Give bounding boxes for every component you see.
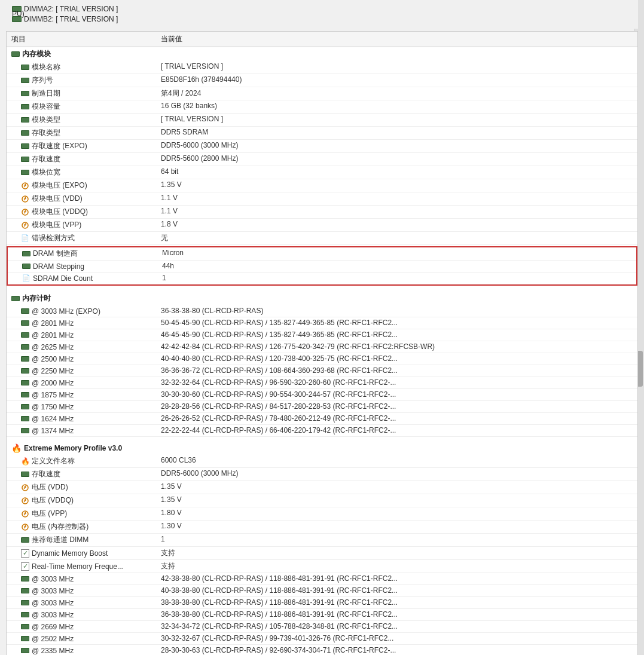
row-label-text: @ 1624 MHz <box>32 415 74 423</box>
voltage-icon <box>21 510 29 518</box>
table-row: 模块类型[ TRIAL VERSION ] <box>7 114 637 127</box>
row-label-cell: @ 2000 MHz <box>7 377 156 388</box>
row-value-cell: E85D8F16h (378494440) <box>156 74 637 87</box>
row-label-cell: @ 2801 MHz <box>7 329 156 341</box>
row-value-cell: 64 bit <box>156 166 637 179</box>
row-label-cell: 模块电压 (VDDQ) <box>7 206 156 218</box>
row-value-cell: 42-42-42-84 (CL-RCD-RP-RAS) / 126-775-42… <box>156 341 637 353</box>
row-label-text: @ 3003 MHz <box>32 575 74 583</box>
row-label-text: 电压 (内存控制器) <box>32 522 88 532</box>
checkbox-icon: ✓ <box>21 549 29 558</box>
voltage-icon <box>21 221 29 229</box>
row-value-cell: Micron <box>157 247 636 260</box>
doc-icon: 📄 <box>22 274 30 283</box>
table-row: @ 2801 MHz46-45-45-90 (CL-RCD-RP-RAS) / … <box>7 329 637 341</box>
table-row: @ 2801 MHz50-45-45-90 (CL-RCD-RP-RAS) / … <box>7 317 637 329</box>
chip-icon <box>21 588 29 593</box>
row-label-cell: 电压 (VDDQ) <box>7 494 156 507</box>
chip-icon <box>21 416 29 421</box>
table-row: 序列号E85D8F16h (378494440) <box>7 74 637 87</box>
row-label-text: SDRAM Die Count <box>33 274 93 283</box>
chip-icon <box>21 344 29 350</box>
row-label-text: 存取速度 <box>32 469 60 479</box>
row-label-cell: @ 2801 MHz <box>7 317 156 329</box>
highlighted-section: DRAM 制造商MicronDRAM Stepping44h📄SDRAM Die… <box>7 246 637 286</box>
row-value-cell: 支持 <box>156 560 637 573</box>
table-row: @ 3003 MHz38-38-38-80 (CL-RCD-RP-RAS) / … <box>7 597 637 609</box>
fire-icon: 🔥 <box>21 457 29 466</box>
table-row: 模块电压 (EXPO)1.35 V <box>7 179 637 192</box>
chip-icon <box>21 537 29 543</box>
table-row: 存取速度 (EXPO)DDR5-6000 (3000 MHz) <box>7 140 637 153</box>
row-label-text: @ 3003 MHz <box>32 611 74 619</box>
voltage-icon <box>21 182 29 190</box>
row-label-cell: @ 2625 MHz <box>7 341 156 353</box>
row-label-text: 电压 (VDD) <box>32 482 68 492</box>
row-value-cell: 1.1 V <box>156 206 637 218</box>
row-label-text: @ 2335 MHz <box>32 647 74 655</box>
table-row: ✓Real-Time Memory Freque...支持 <box>7 560 637 573</box>
row-label-cell: @ 3003 MHz <box>7 597 156 608</box>
xmp-section-label: Extreme Memory Profile v3.0 <box>24 444 122 452</box>
row-label-text: @ 1374 MHz <box>32 427 74 435</box>
row-label-cell: 模块位宽 <box>7 166 156 179</box>
row-label-text: 存取速度 (EXPO) <box>32 141 87 151</box>
row-label-cell: 电压 (VPP) <box>7 507 156 520</box>
row-value-cell: 44h <box>157 261 636 272</box>
memory-timing-section-label: 内存计时 <box>7 292 637 305</box>
row-value-cell: 38-38-38-80 (CL-RCD-RP-RAS) / 118-886-48… <box>156 597 637 608</box>
memory-module-fields: 模块名称[ TRIAL VERSION ]序列号E85D8F16h (37849… <box>7 61 637 245</box>
row-value-cell: 36-38-38-80 (CL-RCD-RP-RAS) <box>156 305 637 317</box>
chip-icon <box>21 636 29 641</box>
table-row: @ 3003 MHz36-38-38-80 (CL-RCD-RP-RAS) / … <box>7 609 637 621</box>
col-value-header: 当前值 <box>161 34 633 44</box>
table-row: 电压 (VDDQ)1.35 V <box>7 494 637 507</box>
row-label-cell: 模块电压 (VPP) <box>7 219 156 231</box>
table-row: @ 2669 MHz32-34-34-72 (CL-RCD-RP-RAS) / … <box>7 621 637 633</box>
table-row: @ 3003 MHz42-38-38-80 (CL-RCD-RP-RAS) / … <box>7 573 637 585</box>
row-value-cell: 无 <box>156 232 637 244</box>
row-label-cell: 电压 (VDD) <box>7 481 156 494</box>
row-label-cell: @ 3003 MHz <box>7 585 156 596</box>
chip-icon <box>21 368 29 374</box>
row-label-text: @ 3003 MHz <box>32 587 74 595</box>
chip-icon <box>21 308 29 314</box>
row-value-cell: 6000 CL36 <box>156 455 637 467</box>
row-label-text: 定义文件名称 <box>32 456 75 466</box>
row-value-cell: 1 <box>157 273 636 284</box>
row-label-cell: 序列号 <box>7 74 156 87</box>
row-label-text: 模块电压 (VDD) <box>32 194 83 204</box>
row-label-cell: @ 2335 MHz <box>7 645 156 655</box>
chip-icon <box>22 251 30 256</box>
table-row: 电压 (VPP)1.80 V <box>7 507 637 521</box>
row-value-cell: 1.1 V <box>156 192 637 205</box>
table-row: 推荐每通道 DIMM1 <box>7 534 637 547</box>
voltage-icon <box>21 483 29 492</box>
row-label-text: 模块位宽 <box>32 167 60 177</box>
table-row: 电压 (内存控制器)1.30 V <box>7 521 637 534</box>
row-label-cell: @ 3003 MHz (EXPO) <box>7 305 156 317</box>
row-label-text: 制造日期 <box>32 88 60 99</box>
col-item-header: 项目 <box>11 34 161 44</box>
row-value-cell: 28-30-30-63 (CL-RCD-RP-RAS) / 92-690-374… <box>156 645 637 655</box>
row-label-text: 电压 (VPP) <box>32 509 67 519</box>
table-row: 模块电压 (VPP)1.8 V <box>7 219 637 232</box>
row-label-cell: ✓Dynamic Memory Boost <box>7 547 156 559</box>
table-row: 模块电压 (VDDQ)1.1 V <box>7 206 637 219</box>
row-value-cell: 1.30 V <box>156 521 637 533</box>
table-row: ✓Dynamic Memory Boost支持 <box>7 547 637 560</box>
checkbox-icon: ✓ <box>21 562 29 571</box>
row-label-cell: 存取速度 <box>7 153 156 166</box>
row-label-cell: ✓Real-Time Memory Freque... <box>7 560 156 573</box>
chip-icon <box>21 65 29 70</box>
table-row: 模块位宽64 bit <box>7 166 637 179</box>
chip-icon <box>21 143 29 149</box>
row-label-cell: 模块名称 <box>7 61 156 74</box>
row-label-text: @ 3003 MHz <box>32 599 74 607</box>
table-row: 存取速度DDR5-5600 (2800 MHz) <box>7 153 637 166</box>
xmp-section-header: 🔥 Extreme Memory Profile v3.0 <box>7 442 637 455</box>
row-label-text: 存取速度 <box>32 154 60 164</box>
row-value-cell: 46-45-45-90 (CL-RCD-RP-RAS) / 135-827-44… <box>156 329 637 341</box>
row-label-text: 存取类型 <box>32 128 60 138</box>
row-label-cell: DRAM Stepping <box>8 261 157 272</box>
